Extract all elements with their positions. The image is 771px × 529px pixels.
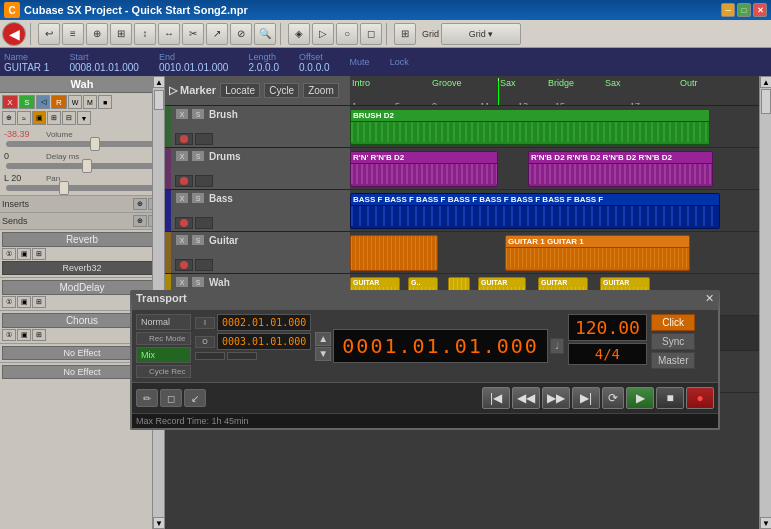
zoom-dropdown[interactable]: Zoom — [303, 83, 339, 98]
back-button[interactable]: ◀ — [2, 22, 26, 46]
volume-fader[interactable] — [2, 141, 162, 147]
monitor-btn[interactable]: M — [83, 95, 97, 109]
pan-fader-handle[interactable] — [59, 181, 69, 195]
sync-btn[interactable]: Sync — [651, 333, 696, 350]
inserts-add-btn[interactable]: ⊕ — [133, 198, 147, 210]
main-counter-display[interactable]: 0001.01.01.000 — [333, 329, 548, 363]
right-scrollbar[interactable]: ▲ ▼ — [759, 76, 771, 529]
tool-15[interactable]: ⊞ — [394, 23, 416, 45]
clip-brush[interactable]: BRUSH D2 — [350, 109, 710, 145]
tempo-display[interactable]: 120.00 — [568, 314, 647, 341]
punch-in-display[interactable]: 0002.01.01.000 — [217, 314, 311, 331]
track-solo-bass[interactable]: S — [191, 192, 205, 204]
moddelay-pwr-btn[interactable]: ① — [2, 296, 16, 308]
mode-normal-btn[interactable]: Normal — [136, 314, 191, 330]
transport-close-btn[interactable]: ✕ — [705, 292, 714, 305]
counter-up-btn[interactable]: ▲ — [315, 332, 331, 346]
track-mute-bass[interactable]: X — [175, 192, 189, 204]
link-btn[interactable]: ⊟ — [62, 111, 76, 125]
chorus-c-btn[interactable]: ⊞ — [32, 329, 46, 341]
tool-pencil[interactable]: ✏ — [136, 389, 158, 407]
tool-5[interactable]: ↕ — [134, 23, 156, 45]
minimize-button[interactable]: ─ — [721, 3, 735, 17]
locate-dropdown[interactable]: Locate — [220, 83, 260, 98]
to-end-btn[interactable]: ▶| — [572, 387, 600, 409]
clip-drums-1[interactable]: R'N' R'N'B D2 — [350, 151, 498, 187]
delay-fader-handle[interactable] — [82, 159, 92, 173]
meter-btn[interactable]: ▣ — [32, 111, 46, 125]
counter-mode-btn[interactable]: ♩ — [550, 338, 564, 354]
track-mute-drums[interactable]: X — [175, 150, 189, 162]
fast-forward-btn[interactable]: ▶▶ — [542, 387, 570, 409]
clip-bass[interactable]: BASS F BASS F BASS F BASS F BASS F BASS … — [350, 193, 720, 229]
scroll-up-arrow[interactable]: ▲ — [153, 76, 165, 88]
tool-14[interactable]: ◻ — [360, 23, 382, 45]
track-rec-bass[interactable] — [175, 217, 193, 229]
scroll-down-arrow[interactable]: ▼ — [153, 517, 165, 529]
track-solo-wah[interactable]: S — [191, 276, 205, 288]
fx-btn[interactable]: ⊕ — [2, 111, 16, 125]
track-mon-guitar[interactable] — [195, 259, 213, 271]
solo-btn[interactable]: S — [19, 95, 35, 109]
close-button[interactable]: ✕ — [753, 3, 767, 17]
clip-guitar-1[interactable] — [350, 235, 438, 271]
moddelay-c-btn[interactable]: ⊞ — [32, 296, 46, 308]
down-btn[interactable]: ▼ — [77, 111, 91, 125]
maximize-button[interactable]: □ — [737, 3, 751, 17]
eq-btn[interactable]: ≈ — [17, 111, 31, 125]
time-sig-display[interactable]: 4/4 — [568, 343, 647, 365]
play-btn[interactable]: ▶ — [626, 387, 654, 409]
track-mon-bass[interactable] — [195, 217, 213, 229]
rewind-btn[interactable]: ◀◀ — [512, 387, 540, 409]
stop-btn[interactable]: ■ — [656, 387, 684, 409]
clip-guitar-2[interactable]: GUITAR 1 GUITAR 1 — [505, 235, 690, 271]
tool-7[interactable]: ✂ — [182, 23, 204, 45]
click-btn[interactable]: Click — [651, 314, 696, 331]
chorus-pwr-btn[interactable]: ① — [2, 329, 16, 341]
track-mute-brush[interactable]: X — [175, 108, 189, 120]
tool-6[interactable]: ↔ — [158, 23, 180, 45]
reverb-b-btn[interactable]: ▣ — [17, 248, 31, 260]
track-solo-guitar[interactable]: S — [191, 234, 205, 246]
chorus-b-btn[interactable]: ▣ — [17, 329, 31, 341]
counter-down-btn[interactable]: ▼ — [315, 347, 331, 361]
track-rec-guitar[interactable] — [175, 259, 193, 271]
tool-9[interactable]: ⊘ — [230, 23, 252, 45]
mute-btn[interactable]: X — [2, 95, 18, 109]
scroll-thumb-right[interactable] — [761, 89, 771, 114]
punch-out-display[interactable]: 0003.01.01.000 — [217, 333, 311, 350]
track-mute-guitar[interactable]: X — [175, 234, 189, 246]
scroll-up-right[interactable]: ▲ — [760, 76, 771, 88]
tool-eraser[interactable]: ◻ — [160, 389, 182, 407]
tool-11[interactable]: ◈ — [288, 23, 310, 45]
cycle-btn[interactable]: ⟳ — [602, 387, 624, 409]
scroll-down-right[interactable]: ▼ — [760, 517, 771, 529]
record-btn[interactable]: ● — [686, 387, 714, 409]
tool-2[interactable]: ≡ — [62, 23, 84, 45]
volume-fader-handle[interactable] — [90, 137, 100, 151]
moddelay-b-btn[interactable]: ▣ — [17, 296, 31, 308]
ch-btn[interactable]: ⊞ — [47, 111, 61, 125]
reverb-pwr-btn[interactable]: ① — [2, 248, 16, 260]
tool-10[interactable]: 🔍 — [254, 23, 276, 45]
track-solo-drums[interactable]: S — [191, 150, 205, 162]
cycle-dropdown[interactable]: Cycle — [264, 83, 299, 98]
tool-select-transport[interactable]: ↙ — [184, 389, 206, 407]
rewind-to-start-btn[interactable]: |◀ — [482, 387, 510, 409]
punch-out-indicator[interactable]: O — [195, 336, 215, 348]
track-rec-brush[interactable] — [175, 133, 193, 145]
grid-dropdown[interactable]: Grid ▾ — [441, 23, 521, 45]
reverb-c-btn[interactable]: ⊞ — [32, 248, 46, 260]
mode-rec-btn[interactable]: Rec Mode — [136, 332, 191, 345]
tool-4[interactable]: ⊞ — [110, 23, 132, 45]
track-mute-wah[interactable]: X — [175, 276, 189, 288]
track-solo-brush[interactable]: S — [191, 108, 205, 120]
mode-cycle-btn[interactable]: Cycle Rec — [136, 365, 191, 378]
pan-fader[interactable] — [2, 185, 162, 191]
master-btn[interactable]: Master — [651, 352, 696, 369]
expand-btn[interactable]: ■ — [98, 95, 112, 109]
tool-13[interactable]: ○ — [336, 23, 358, 45]
sends-add-btn[interactable]: ⊕ — [133, 215, 147, 227]
tool-8[interactable]: ↗ — [206, 23, 228, 45]
delay-fader[interactable] — [2, 163, 162, 169]
